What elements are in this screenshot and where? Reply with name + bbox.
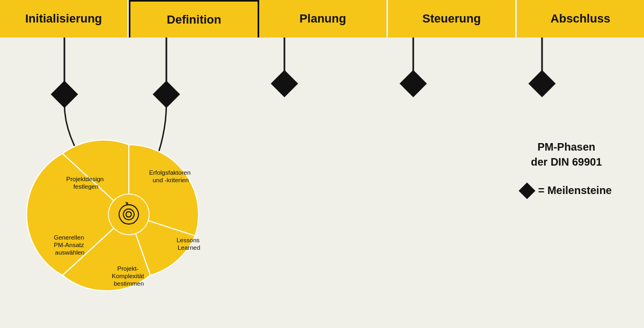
- svg-text:Projektdesign
    festlegen: Projektdesign festlegen: [67, 176, 106, 190]
- legend-diamond-icon: [518, 182, 535, 199]
- svg-point-10: [108, 194, 149, 235]
- svg-text:Lessons
    Learned: Lessons Learned: [177, 237, 201, 251]
- svg-rect-8: [400, 70, 427, 98]
- phase-planung[interactable]: Planung: [259, 0, 388, 38]
- legend-milestone: = Meilensteine: [521, 184, 612, 197]
- svg-text:Erfolgsfaktoren
    und -krite: Erfolgsfaktoren und -kriterien: [149, 169, 193, 183]
- phase-definition[interactable]: Definition: [129, 0, 259, 38]
- legend-milestone-label: = Meilensteine: [538, 184, 612, 197]
- svg-rect-6: [153, 81, 180, 108]
- svg-rect-7: [271, 70, 298, 98]
- svg-rect-5: [51, 81, 78, 108]
- legend-title: PM-Phasen der DIN 69901: [521, 139, 612, 169]
- svg-text:Generellen
    PM-Ansatz
    a: Generellen PM-Ansatz auswählen: [54, 234, 85, 256]
- phase-bar: Initialisierung Definition Planung Steue…: [0, 0, 644, 38]
- svg-text:Projekt-
    Komplexität
    b: Projekt- Komplexität bestimmen: [112, 265, 145, 287]
- phase-abschluss[interactable]: Abschluss: [517, 0, 644, 38]
- svg-rect-9: [529, 70, 556, 98]
- phase-initialisierung[interactable]: Initialisierung: [0, 0, 129, 38]
- legend: PM-Phasen der DIN 69901 = Meilensteine: [521, 139, 612, 197]
- phase-steuerung[interactable]: Steuerung: [388, 0, 517, 38]
